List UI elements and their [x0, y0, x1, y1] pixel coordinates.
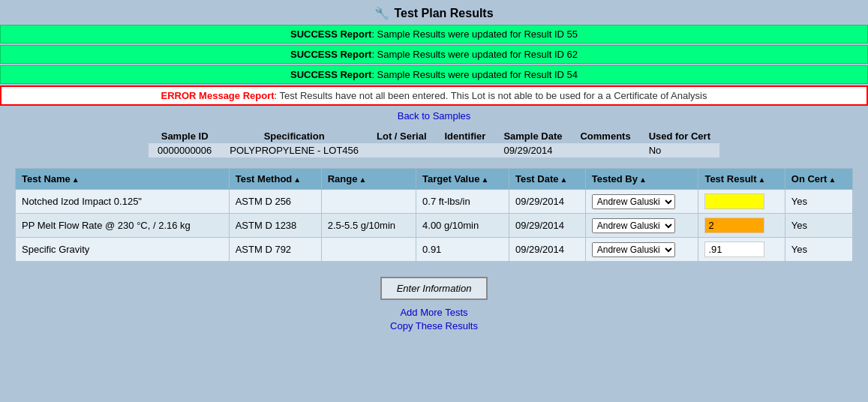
sample-value — [368, 143, 435, 158]
table-column-header[interactable]: Tested By▲ — [585, 169, 698, 190]
sort-arrow-icon: ▲ — [560, 176, 568, 184]
table-column-header[interactable]: Range▲ — [321, 169, 416, 190]
test-method-cell: ASTM D 1238 — [229, 214, 321, 238]
on-cert-cell: Yes — [785, 238, 852, 262]
sample-header: Specification — [221, 129, 368, 143]
test-date-cell: 09/29/2014 — [509, 190, 585, 214]
sample-info: Sample IDSpecificationLot / SerialIdenti… — [0, 129, 868, 158]
target-value-cell: 0.7 ft-lbs/in — [416, 190, 509, 214]
range-cell — [321, 238, 416, 262]
sort-arrow-icon: ▲ — [72, 176, 80, 184]
on-cert-cell: Yes — [785, 214, 852, 238]
table-column-header[interactable]: Test Method▲ — [229, 169, 321, 190]
table-column-header[interactable]: Test Date▲ — [509, 169, 585, 190]
table-column-header[interactable]: Test Name▲ — [16, 169, 230, 190]
table-column-header[interactable]: On Cert▲ — [785, 169, 852, 190]
sample-value: POLYPROPYLENE - LOT456 — [221, 143, 368, 158]
on-cert-cell: Yes — [785, 190, 852, 214]
sort-arrow-icon: ▲ — [828, 176, 836, 184]
test-result-cell[interactable] — [698, 238, 785, 262]
back-link-container: Back to Samples — [0, 110, 868, 122]
table-row: Specific GravityASTM D 7920.9109/29/2014… — [16, 238, 853, 262]
target-value-cell: 4.00 g/10min — [416, 214, 509, 238]
page-title: 🔧 Test Plan Results — [0, 6, 868, 20]
sample-value: 0000000006 — [149, 143, 221, 158]
sample-header: Sample ID — [149, 129, 221, 143]
sort-arrow-icon: ▲ — [359, 176, 366, 184]
success-banner: SUCCESS Report: Sample Results were upda… — [0, 25, 868, 44]
sample-value — [571, 143, 639, 158]
test-result-cell[interactable] — [698, 214, 785, 238]
sample-value — [436, 143, 495, 158]
sort-arrow-icon: ▲ — [481, 176, 488, 184]
test-result-input[interactable] — [704, 194, 764, 209]
test-result-input[interactable] — [704, 218, 764, 233]
table-column-header[interactable]: Test Result▲ — [698, 169, 785, 190]
test-result-cell[interactable] — [698, 190, 785, 214]
sample-value: No — [640, 143, 719, 158]
sample-header: Sample Date — [494, 129, 571, 143]
error-banner: ERROR Message Report: Test Results have … — [0, 86, 868, 106]
sample-header: Lot / Serial — [368, 129, 435, 143]
tested-by-select[interactable]: Andrew Galuski — [592, 218, 675, 233]
wrench-icon: 🔧 — [374, 6, 389, 20]
test-name-cell: Specific Gravity — [16, 238, 230, 262]
tested-by-cell[interactable]: Andrew Galuski — [585, 214, 698, 238]
test-method-cell: ASTM D 256 — [229, 190, 321, 214]
range-cell: 2.5-5.5 g/10min — [321, 214, 416, 238]
tested-by-select[interactable]: Andrew Galuski — [592, 194, 675, 209]
results-table-container: Test Name▲Test Method▲Range▲Target Value… — [15, 168, 853, 262]
tested-by-cell[interactable]: Andrew Galuski — [585, 238, 698, 262]
sort-arrow-icon: ▲ — [639, 176, 647, 184]
sample-header: Identifier — [436, 129, 495, 143]
back-to-samples-link[interactable]: Back to Samples — [398, 110, 471, 122]
test-name-cell: Notched Izod Impact 0.125" — [16, 190, 230, 214]
table-column-header[interactable]: Target Value▲ — [416, 169, 509, 190]
table-row: PP Melt Flow Rate @ 230 °C, / 2.16 kgAST… — [16, 214, 853, 238]
actions-area: Enter Information Add More Tests Copy Th… — [0, 271, 868, 337]
sort-arrow-icon: ▲ — [293, 176, 301, 184]
range-cell — [321, 190, 416, 214]
sample-header: Used for Cert — [640, 129, 719, 143]
test-date-cell: 09/29/2014 — [509, 214, 585, 238]
sample-header: Comments — [571, 129, 639, 143]
table-row: Notched Izod Impact 0.125"ASTM D 2560.7 … — [16, 190, 853, 214]
copy-these-results-link[interactable]: Copy These Results — [0, 320, 868, 332]
add-more-tests-link[interactable]: Add More Tests — [0, 307, 868, 318]
sort-arrow-icon: ▲ — [758, 176, 766, 184]
sample-value: 09/29/2014 — [494, 143, 571, 158]
results-table: Test Name▲Test Method▲Range▲Target Value… — [15, 168, 853, 262]
test-date-cell: 09/29/2014 — [509, 238, 585, 262]
tested-by-select[interactable]: Andrew Galuski — [592, 242, 675, 257]
test-method-cell: ASTM D 792 — [229, 238, 321, 262]
target-value-cell: 0.91 — [416, 238, 509, 262]
enter-information-button[interactable]: Enter Information — [380, 277, 488, 300]
success-banner: SUCCESS Report: Sample Results were upda… — [0, 45, 868, 64]
test-result-input[interactable] — [704, 242, 764, 257]
tested-by-cell[interactable]: Andrew Galuski — [585, 190, 698, 214]
success-banner: SUCCESS Report: Sample Results were upda… — [0, 65, 868, 84]
test-name-cell: PP Melt Flow Rate @ 230 °C, / 2.16 kg — [16, 214, 230, 238]
